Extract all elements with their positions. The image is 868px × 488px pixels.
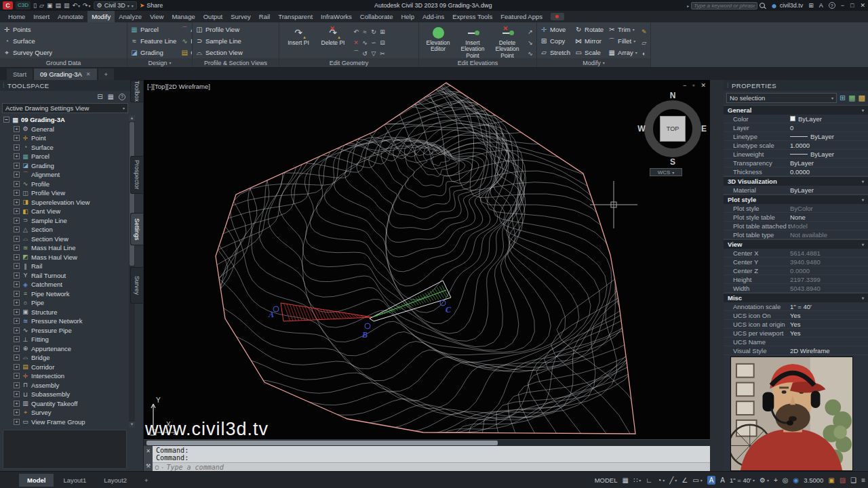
ribbon-tool-icon[interactable]: ↶ <box>352 26 360 37</box>
tree-item[interactable]: + ⊃ Sample Line <box>1 216 129 226</box>
ribbon-tool-icon[interactable]: ↗ <box>526 26 534 37</box>
ribbon-button[interactable]: ∿ Profile ▾ <box>180 35 192 47</box>
expand-icon[interactable]: + <box>14 318 20 324</box>
ribbon-panel-label[interactable]: Profile & Section Views ▾ <box>193 58 279 67</box>
expand-icon[interactable]: + <box>14 401 20 407</box>
help-icon[interactable]: ? <box>829 2 835 9</box>
tree-item[interactable]: + ▤ Corridor <box>1 363 129 372</box>
object-snap-tracking-icon[interactable]: ╱ ▾ <box>669 476 677 484</box>
property-value[interactable]: ByLayer <box>790 159 814 167</box>
ribbon-tab[interactable]: View <box>146 11 167 22</box>
expand-icon[interactable]: + <box>14 327 20 333</box>
app-logo[interactable]: C <box>3 1 13 9</box>
property-section-header[interactable]: General ▾ <box>724 105 868 115</box>
recording-indicator[interactable] <box>551 13 564 20</box>
expand-icon[interactable]: + <box>14 181 20 187</box>
property-value[interactable]: 1" = 40' <box>790 303 812 310</box>
property-value[interactable]: Yes <box>790 312 801 319</box>
annotation-visibility-icon[interactable]: A ▾ <box>707 476 716 485</box>
tree-item[interactable]: + ⚙ General <box>1 125 129 134</box>
ribbon-button[interactable]: ≈ Feature Line ▾ <box>130 35 177 47</box>
fullscreen-icon[interactable]: ❑ ▾ <box>850 476 856 484</box>
polar-tracking-icon[interactable]: ◔ ▾ <box>657 476 665 484</box>
ribbon-button[interactable]: ⋈ Mirror ▾ <box>574 35 604 47</box>
save-icon[interactable]: ▣▾ <box>47 2 53 9</box>
tree-root-item[interactable]: − ▤ 09 Grading-3A <box>1 115 129 125</box>
ribbon-button[interactable]: ▦ Array ▾ <box>607 47 638 58</box>
model-space-button[interactable]: MODEL ▾ <box>595 476 618 484</box>
toolspace-side-tab[interactable]: Toolbox <box>130 80 143 102</box>
viewport-restore-button[interactable]: ▫ <box>692 82 694 89</box>
expand-icon[interactable]: + <box>14 171 20 178</box>
property-section-header[interactable]: Plot style ▾ <box>724 195 868 204</box>
ribbon-tab[interactable]: Express Tools <box>448 11 496 22</box>
ribbon-panel-label[interactable]: Modify ▾ <box>537 58 650 67</box>
redo-icon[interactable]: ↷▾ <box>83 2 91 9</box>
ribbon-tab[interactable]: Output <box>199 11 227 22</box>
ribbon-tab[interactable]: Transparent <box>274 11 317 22</box>
tree-item[interactable]: + ⊥ Fitting <box>1 335 129 344</box>
tree-item[interactable]: + ⌖ Survey <box>1 408 129 418</box>
property-value[interactable]: 5614.4881 <box>790 249 821 257</box>
ribbon-big-button[interactable]: ↷▲ ✕ Delete Elevation Point <box>490 24 524 58</box>
toolspace-view-selector[interactable]: Active Drawing Settings View ▾ <box>2 103 128 113</box>
ribbon-button[interactable]: ◪ Grading ▾ <box>130 47 177 58</box>
expand-icon[interactable]: + <box>14 190 20 196</box>
expand-icon[interactable]: + <box>14 373 20 379</box>
ribbon-panel-label[interactable]: Edit Elevations ▾ <box>419 58 536 67</box>
expand-icon[interactable]: + <box>14 236 20 242</box>
file-tab[interactable]: 09 Grading-3A ✕ <box>34 68 97 80</box>
ribbon-tab[interactable]: Annotate <box>54 11 87 22</box>
tree-item[interactable]: + ◩ Mass Haul View <box>1 253 129 262</box>
tree-item[interactable]: + ◫ Profile View <box>1 188 129 198</box>
ribbon-tool-icon[interactable]: ↻ <box>370 26 378 37</box>
compass-west[interactable]: W <box>637 124 646 134</box>
expand-icon[interactable]: + <box>14 336 20 342</box>
drawing-area[interactable]: ABCYX [-][Top][2D Wireframe] − ▫ ✕ N S W… <box>144 80 710 439</box>
dynamic-input-icon[interactable]: ∠ ▾ <box>682 476 688 484</box>
snap-mode-icon[interactable]: ∷ ▾ <box>633 476 641 484</box>
ucs-selector[interactable]: WCS ▾ <box>650 168 682 176</box>
ribbon-panel-label[interactable]: Ground Data ▾ <box>0 58 127 67</box>
expand-icon[interactable]: + <box>14 419 20 425</box>
ribbon-tab[interactable]: Insert <box>29 11 54 22</box>
scrollbar-thumb[interactable] <box>146 441 498 445</box>
file-tab[interactable]: + ✕ <box>98 68 115 80</box>
property-value[interactable]: None <box>790 214 806 221</box>
ribbon-button[interactable]: ⊞ Copy ▾ <box>539 35 571 47</box>
app-store-icon[interactable]: A <box>819 2 823 9</box>
ribbon-tab[interactable]: Rail <box>255 11 274 22</box>
panel-pin-icon[interactable]: ⊟ <box>97 93 102 100</box>
collapse-icon[interactable]: − <box>3 117 9 123</box>
trusted-dwg-icon[interactable]: ▨ ▾ <box>840 476 846 484</box>
ribbon-tool-icon[interactable]: ↥ <box>535 26 536 37</box>
tree-item[interactable]: + ⌓ Bridge <box>1 353 129 363</box>
ribbon-tool-icon[interactable]: ▽ <box>370 48 378 58</box>
expand-icon[interactable]: + <box>14 364 20 370</box>
property-value[interactable]: 2D Wireframe <box>790 347 830 354</box>
toggle-pickadd-icon[interactable]: ⊞ <box>840 94 846 102</box>
grid-display-icon[interactable]: ▦ ▾ <box>623 476 629 484</box>
tree-item[interactable]: + ◨ Superelevation View <box>1 198 129 207</box>
toolspace-side-tab[interactable]: Prospector <box>130 156 143 194</box>
property-value[interactable]: 5043.8940 <box>790 285 821 292</box>
tree-item[interactable]: + ▣ Structure <box>1 308 129 317</box>
graphics-performance-icon[interactable]: ◉ ▾ <box>793 476 799 484</box>
expand-icon[interactable]: + <box>14 281 20 287</box>
ribbon-button[interactable]: ▭ Scale ▾ <box>574 47 604 58</box>
property-value[interactable]: ByLayer <box>810 133 834 140</box>
expand-icon[interactable]: + <box>14 135 20 141</box>
expand-icon[interactable]: + <box>14 346 20 352</box>
expand-icon[interactable]: + <box>14 409 20 415</box>
viewcube-top-button[interactable]: TOP <box>660 116 686 142</box>
property-value[interactable]: Yes <box>790 321 801 328</box>
ribbon-tool-icon[interactable]: ⌒ <box>535 48 536 58</box>
ribbon-button[interactable]: ◫ Profile View ▾ <box>195 24 277 35</box>
search-input[interactable] <box>691 2 757 9</box>
share-button[interactable]: ➤ Share <box>140 2 163 9</box>
expand-icon[interactable]: + <box>14 163 20 169</box>
expand-icon[interactable]: + <box>14 199 20 205</box>
ribbon-tool-icon[interactable]: ∽ <box>370 37 378 47</box>
ribbon-tab[interactable]: Featured Apps <box>496 11 547 22</box>
command-input[interactable] <box>166 464 707 471</box>
